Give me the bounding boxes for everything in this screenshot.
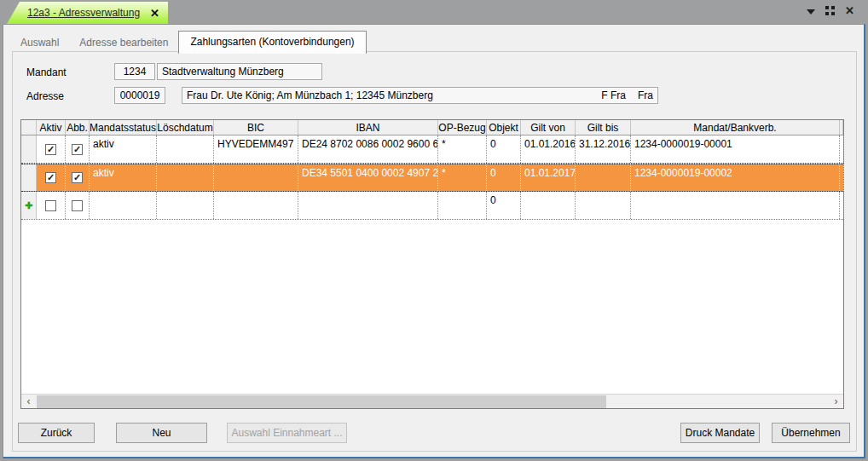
row-indicator-header bbox=[21, 120, 37, 135]
col-header-aktiv[interactable]: Aktiv bbox=[37, 120, 66, 135]
adresse-tag-1: F Fra bbox=[601, 89, 626, 101]
cell-gilt-bis[interactable] bbox=[576, 164, 631, 191]
cell-gilt-von[interactable]: 01.01.2017 bbox=[521, 164, 576, 191]
abb-checkbox[interactable] bbox=[72, 200, 83, 211]
col-header-overflow bbox=[840, 120, 843, 135]
cell-objekt[interactable]: 0 bbox=[487, 164, 521, 191]
cell-loeschdatum[interactable] bbox=[157, 192, 214, 219]
col-header-abb[interactable]: Abb. bbox=[66, 120, 90, 135]
col-header-bic[interactable]: BIC bbox=[214, 120, 298, 135]
aktiv-checkbox[interactable] bbox=[45, 200, 56, 211]
cell-gilt-von[interactable] bbox=[521, 192, 576, 219]
col-header-mandatsstatus[interactable]: Mandatsstatus bbox=[90, 120, 157, 135]
document-tab-strip: 12a3 - Adressverwaltung ✕ ✕ bbox=[0, 0, 868, 24]
document-tab-title: 12a3 - Adressverwaltung bbox=[27, 7, 140, 19]
cell-mandat-bankverb[interactable]: 1234-0000019-00002 bbox=[631, 164, 840, 191]
mandant-code-value: 1234 bbox=[124, 66, 147, 78]
cell-loeschdatum[interactable] bbox=[157, 164, 214, 191]
cell-bic[interactable]: HYVEDEMM497 bbox=[214, 135, 298, 163]
horizontal-scrollbar[interactable]: ‹ › bbox=[21, 394, 843, 408]
mandant-label: Mandant bbox=[26, 66, 67, 78]
druck-mandate-button[interactable]: Druck Mandate bbox=[680, 423, 760, 443]
bank-connections-grid: Aktiv Abb. Mandatsstatus Löschdatum BIC … bbox=[20, 119, 844, 409]
neu-button[interactable]: Neu bbox=[116, 423, 207, 443]
cell-mandatsstatus[interactable] bbox=[90, 192, 157, 219]
scrollbar-thumb[interactable] bbox=[37, 395, 606, 408]
tab-zahlungsarten[interactable]: Zahlungsarten (Kontoverbindungen) bbox=[178, 31, 366, 54]
auswahl-einnahmeart-button: Auswahl Einnahmeart ... bbox=[227, 423, 347, 443]
cell-op-bezug[interactable] bbox=[438, 192, 487, 219]
cell-iban[interactable]: DE34 5501 0400 0002 4907 28 bbox=[298, 164, 438, 191]
cell-bic[interactable] bbox=[214, 164, 298, 191]
cell-gilt-bis[interactable]: 31.12.2016 bbox=[576, 135, 631, 163]
row-indicator[interactable] bbox=[21, 135, 37, 163]
col-header-objekt[interactable]: Objekt bbox=[487, 120, 521, 135]
grid-header-row: Aktiv Abb. Mandatsstatus Löschdatum BIC … bbox=[21, 120, 843, 135]
cell-objekt[interactable]: 0 bbox=[487, 135, 521, 163]
abb-checkbox[interactable]: ✓ bbox=[72, 172, 83, 183]
col-header-gilt-von[interactable]: Gilt von bbox=[521, 120, 576, 135]
cell-mandatsstatus[interactable]: aktiv bbox=[90, 164, 157, 191]
adresse-code-field[interactable]: 0000019 bbox=[114, 87, 165, 104]
document-tab-close-icon[interactable]: ✕ bbox=[150, 7, 159, 20]
cell-overflow[interactable] bbox=[840, 135, 844, 163]
table-row[interactable]: ✓ ✓ aktiv HYVEDEMM497 DE24 8702 0086 000… bbox=[21, 135, 843, 164]
col-header-loeschdatum[interactable]: Löschdatum bbox=[157, 120, 214, 135]
adresse-text-value: Frau Dr. Ute König; Am Münzbach 1; 12345… bbox=[187, 89, 433, 101]
adresse-code-value: 0000019 bbox=[120, 89, 160, 101]
cell-op-bezug[interactable]: * bbox=[438, 164, 487, 191]
scroll-right-icon[interactable]: › bbox=[829, 395, 843, 408]
adresse-tag-2: Fra bbox=[638, 89, 653, 101]
cell-bic[interactable] bbox=[214, 192, 298, 219]
abb-checkbox[interactable]: ✓ bbox=[72, 144, 83, 155]
table-row-new[interactable]: ✚ 0 bbox=[21, 192, 843, 220]
col-header-gilt-bis[interactable]: Gilt bis bbox=[576, 120, 631, 135]
document-tab[interactable]: 12a3 - Adressverwaltung ✕ bbox=[7, 2, 168, 24]
adressverwaltung-window: Auswahl Adresse bearbeiten Zahlungsarten… bbox=[3, 24, 865, 458]
cell-overflow[interactable]: a bbox=[840, 164, 844, 191]
adresse-label: Adresse bbox=[26, 90, 64, 102]
cell-loeschdatum[interactable] bbox=[157, 135, 214, 163]
cell-overflow[interactable] bbox=[840, 192, 844, 219]
col-header-mandat-bankverb[interactable]: Mandat/Bankverb. bbox=[631, 120, 840, 135]
zurueck-button[interactable]: Zurück bbox=[18, 423, 95, 443]
aktiv-checkbox[interactable]: ✓ bbox=[45, 144, 56, 155]
close-icon[interactable]: ✕ bbox=[845, 6, 854, 15]
cell-iban[interactable] bbox=[298, 192, 438, 219]
chevron-down-icon[interactable] bbox=[807, 9, 815, 14]
tab-bar: Auswahl Adresse bearbeiten Zahlungsarten… bbox=[10, 31, 367, 53]
tab-auswahl[interactable]: Auswahl bbox=[10, 33, 69, 53]
cell-mandatsstatus[interactable]: aktiv bbox=[90, 135, 157, 163]
cell-mandat-bankverb[interactable]: 1234-0000019-00001 bbox=[631, 135, 840, 163]
cell-mandat-bankverb[interactable] bbox=[631, 192, 840, 219]
cell-gilt-von[interactable]: 01.01.2016 bbox=[521, 135, 576, 163]
cell-gilt-bis[interactable] bbox=[576, 192, 631, 219]
mandant-name-value: Stadtverwaltung Münzberg bbox=[162, 66, 284, 78]
adresse-text-field[interactable]: Frau Dr. Ute König; Am Münzbach 1; 12345… bbox=[182, 87, 658, 104]
add-row-icon[interactable]: ✚ bbox=[25, 200, 32, 211]
aktiv-checkbox[interactable]: ✓ bbox=[45, 172, 56, 183]
tile-windows-icon[interactable] bbox=[825, 6, 835, 15]
mandant-name-field[interactable]: Stadtverwaltung Münzberg bbox=[157, 63, 322, 80]
table-row-selected[interactable]: ✓ ✓ aktiv DE34 5501 0400 0002 4907 28 * … bbox=[21, 164, 843, 192]
col-header-op-bezug[interactable]: OP-Bezug bbox=[438, 120, 487, 135]
cell-op-bezug[interactable]: * bbox=[438, 135, 487, 163]
tab-adresse-bearbeiten[interactable]: Adresse bearbeiten bbox=[69, 33, 178, 53]
scroll-left-icon[interactable]: ‹ bbox=[21, 395, 36, 408]
row-indicator-new: ✚ bbox=[21, 192, 37, 219]
row-indicator[interactable] bbox=[21, 164, 37, 191]
col-header-iban[interactable]: IBAN bbox=[298, 120, 438, 135]
uebernehmen-button[interactable]: Übernehmen bbox=[772, 423, 850, 443]
cell-iban[interactable]: DE24 8702 0086 0002 9600 60 bbox=[298, 135, 438, 163]
mandant-code-field[interactable]: 1234 bbox=[114, 63, 155, 80]
cell-objekt[interactable]: 0 bbox=[487, 192, 521, 219]
